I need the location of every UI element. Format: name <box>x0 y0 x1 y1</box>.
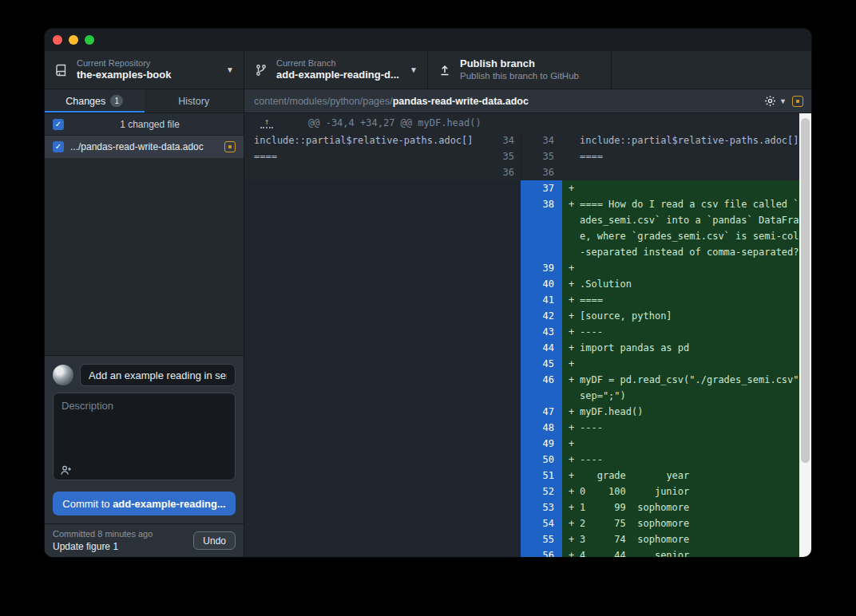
undo-commit-button[interactable]: Undo <box>193 531 236 550</box>
diff-old-line-number[interactable] <box>493 292 521 308</box>
diff-old-line-number[interactable] <box>493 436 521 452</box>
diff-row[interactable]: 47+myDF.head() <box>244 404 811 420</box>
diff-old-line-number[interactable] <box>493 372 521 404</box>
close-window-button[interactable] <box>53 35 62 45</box>
diff-old-text <box>244 180 493 196</box>
diff-old-line-number[interactable] <box>493 468 521 484</box>
diff-old-line-number[interactable] <box>493 420 521 436</box>
diff-old-line-number[interactable] <box>493 324 521 340</box>
diff-new-line-number[interactable]: 41 <box>521 292 562 308</box>
diff-row[interactable]: 48+---- <box>244 420 811 436</box>
diff-old-line-number[interactable] <box>493 308 521 324</box>
diff-old-line-number[interactable] <box>493 515 521 531</box>
file-list-empty-area <box>45 158 244 355</box>
diff-options-button[interactable]: ▼ <box>764 95 787 107</box>
add-coauthor-icon[interactable] <box>60 464 72 476</box>
file-row[interactable]: ✓ .../pandas-read-write-data.adoc <box>45 136 244 158</box>
diff-row[interactable]: 52+0 100 junior <box>244 484 811 500</box>
diff-row[interactable]: 46+myDF = pd.read_csv("./grades_semi.csv… <box>244 372 811 404</box>
publish-branch-button[interactable]: Publish branch Publish this branch to Gi… <box>428 51 612 89</box>
diff-old-line-number[interactable] <box>493 452 521 468</box>
diff-row[interactable]: 3636 <box>244 164 811 180</box>
diff-old-line-number[interactable] <box>493 404 521 420</box>
diff-row[interactable]: 38+==== How do I read a csv file called … <box>244 196 811 260</box>
diff-new-line-number[interactable]: 51 <box>521 468 562 484</box>
diff-new-line-number[interactable]: 45 <box>521 356 562 372</box>
diff-old-line-number[interactable] <box>493 276 521 292</box>
commit-description-input[interactable] <box>53 393 236 480</box>
diff-new-line-number[interactable]: 47 <box>521 404 562 420</box>
diff-new-line-number[interactable]: 52 <box>521 484 562 500</box>
diff-new-line-number[interactable]: 53 <box>521 500 562 515</box>
commit-summary-input[interactable] <box>80 364 236 386</box>
diff-old-line-number[interactable]: 35 <box>493 148 521 164</box>
diff-new-line-number[interactable]: 56 <box>521 547 562 557</box>
diff-row[interactable]: include::partial$relative-paths.adoc[]34… <box>244 132 811 148</box>
diff-row[interactable]: 55+3 74 sophomore <box>244 531 811 547</box>
diff-new-line-number[interactable]: 50 <box>521 452 562 468</box>
diff-new-line-number[interactable]: 48 <box>521 420 562 436</box>
diff-old-text <box>244 260 493 276</box>
diff-new-line-number[interactable]: 42 <box>521 308 562 324</box>
diff-row[interactable]: 51+ grade year <box>244 468 811 484</box>
zoom-window-button[interactable] <box>85 35 94 45</box>
diff-new-line-number[interactable]: 38 <box>521 196 562 260</box>
expand-hunk-icon[interactable]: ↑ <box>260 118 273 128</box>
changed-files-summary-row: ✓ 1 changed file <box>45 113 244 136</box>
diff-row[interactable]: 37+ <box>244 180 811 196</box>
diff-row[interactable]: ====3535==== <box>244 148 811 164</box>
diff-new-line-number[interactable]: 46 <box>521 372 562 404</box>
diff-new-line-number[interactable]: 36 <box>521 164 562 180</box>
diff-row[interactable]: 39+ <box>244 260 811 276</box>
diff-line-text: myDF.head() <box>580 404 810 420</box>
diff-new-line-number[interactable]: 34 <box>521 132 562 148</box>
diff-row[interactable]: 53+1 99 sophomore <box>244 500 811 515</box>
diff-old-line-number[interactable] <box>493 531 521 547</box>
diff-new-line-number[interactable]: 44 <box>521 340 562 356</box>
last-commit-time: Committed 8 minutes ago <box>53 528 193 540</box>
current-branch-dropdown[interactable]: Current Branch add-example-reading-d... … <box>244 51 428 89</box>
tab-changes[interactable]: Changes 1 <box>45 89 145 113</box>
minimize-window-button[interactable] <box>69 35 78 45</box>
diff-old-line-number[interactable] <box>493 340 521 356</box>
diff-scrollbar[interactable] <box>799 113 811 557</box>
diff-old-line-number[interactable]: 34 <box>493 132 521 148</box>
diff-old-line-number[interactable] <box>493 260 521 276</box>
diff-row[interactable]: 42+[source, python] <box>244 308 811 324</box>
commit-button[interactable]: Commit to add-example-reading... <box>53 492 236 515</box>
diff-row[interactable]: 45+ <box>244 356 811 372</box>
diff-old-line-number[interactable] <box>493 547 521 557</box>
diff-new-line-number[interactable]: 43 <box>521 324 562 340</box>
diff-row[interactable]: 40+.Solution <box>244 276 811 292</box>
current-repository-dropdown[interactable]: Current Repository the-examples-book ▼ <box>45 51 244 89</box>
diff-new-line-number[interactable]: 37 <box>521 180 562 196</box>
diff-row[interactable]: 44+import pandas as pd <box>244 340 811 356</box>
diff-new-line-number[interactable]: 35 <box>521 148 562 164</box>
diff-old-text: ==== <box>244 148 493 164</box>
tab-history[interactable]: History <box>145 89 244 113</box>
diff-old-line-number[interactable] <box>493 196 521 260</box>
diff-line-content: +myDF.head() <box>562 404 811 420</box>
diff-new-line-number[interactable]: 49 <box>521 436 562 452</box>
diff-old-line-number[interactable] <box>493 484 521 500</box>
diff-old-line-number[interactable] <box>493 356 521 372</box>
diff-row[interactable]: 41+==== <box>244 292 811 308</box>
diff-row[interactable]: 50+---- <box>244 452 811 468</box>
diff-plus-marker: + <box>562 260 580 276</box>
diff-new-line-number[interactable]: 39 <box>521 260 562 276</box>
file-checkbox[interactable]: ✓ <box>53 141 64 152</box>
diff-row[interactable]: 43+---- <box>244 324 811 340</box>
diff-row[interactable]: 54+2 75 sophomore <box>244 515 811 531</box>
select-all-checkbox[interactable]: ✓ <box>53 119 64 130</box>
diff-row[interactable]: 56+4 44 senior <box>244 547 811 557</box>
diff-row[interactable]: 49+ <box>244 436 811 452</box>
diff-new-line-number[interactable]: 54 <box>521 515 562 531</box>
diff-line-text <box>580 180 810 196</box>
diff-new-line-number[interactable]: 40 <box>521 276 562 292</box>
diff-scrollbar-thumb[interactable] <box>801 118 810 463</box>
diff-old-line-number[interactable] <box>493 500 521 515</box>
commit-button-prefix: Commit to <box>62 498 113 510</box>
diff-old-line-number[interactable]: 36 <box>493 164 521 180</box>
diff-old-line-number[interactable] <box>493 180 521 196</box>
diff-new-line-number[interactable]: 55 <box>521 531 562 547</box>
